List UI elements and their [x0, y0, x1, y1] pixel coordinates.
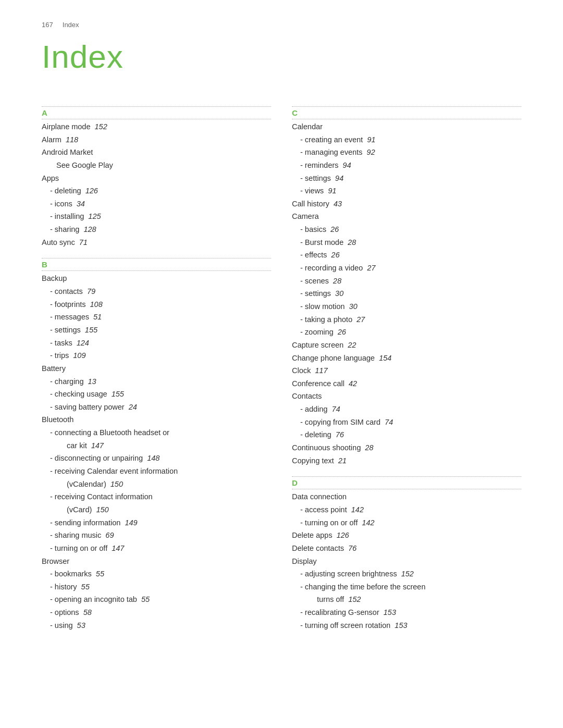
- entry-delete-apps: Delete apps 126: [292, 529, 521, 542]
- page-number-row: 167 Index: [42, 21, 521, 29]
- entry-bluetooth: Bluetooth - connecting a Bluetooth heads…: [42, 413, 271, 554]
- section-a-letter: A: [42, 108, 271, 119]
- entry-contacts: Contacts - adding 74 - copying from SIM …: [292, 390, 521, 441]
- entry-auto-sync: Auto sync 71: [42, 236, 271, 249]
- entry-call-history: Call history 43: [292, 198, 521, 211]
- entry-change-phone-language: Change phone language 154: [292, 352, 521, 365]
- section-a: A Airplane mode 152 Alarm 118 Android Ma…: [42, 106, 271, 249]
- entry-airplane-mode: Airplane mode 152: [42, 120, 271, 133]
- entry-battery: Battery - charging 13 - checking usage 1…: [42, 362, 271, 414]
- section-c: C Calendar - creating an event 91 - mana…: [292, 106, 521, 467]
- entry-capture-screen: Capture screen 22: [292, 339, 521, 352]
- index-columns: A Airplane mode 152 Alarm 118 Android Ma…: [42, 106, 521, 641]
- page-number-title: Index: [63, 21, 79, 29]
- section-a-header: A: [42, 106, 271, 119]
- page-number: 167: [42, 21, 53, 29]
- section-c-letter: C: [292, 108, 521, 119]
- entry-conference-call: Conference call 42: [292, 377, 521, 390]
- entry-continuous-shooting: Continuous shooting 28: [292, 441, 521, 454]
- entry-display: Display - adjusting screen brightness 15…: [292, 555, 521, 632]
- section-c-header: C: [292, 106, 521, 119]
- entry-delete-contacts: Delete contacts 76: [292, 542, 521, 555]
- entry-apps: Apps - deleting 126 - icons 34 - install…: [42, 172, 271, 236]
- entry-calendar: Calendar - creating an event 91 - managi…: [292, 120, 521, 198]
- left-column: A Airplane mode 152 Alarm 118 Android Ma…: [42, 106, 271, 641]
- entry-copying-text: Copying text 21: [292, 454, 521, 467]
- entry-browser: Browser - bookmarks 55 - history 55 - op…: [42, 555, 271, 632]
- right-column: C Calendar - creating an event 91 - mana…: [292, 106, 521, 641]
- entry-alarm: Alarm 118: [42, 133, 271, 146]
- entry-camera: Camera - basics 26 - Burst mode 28 - eff…: [292, 210, 521, 338]
- section-d-header: D: [292, 476, 521, 489]
- entry-backup: Backup - contacts 79 - footprints 108 - …: [42, 272, 271, 362]
- entry-android-market: Android Market See Google Play: [42, 146, 271, 171]
- section-b: B Backup - contacts 79 - footprints 108 …: [42, 258, 271, 632]
- entry-data-connection: Data connection - access point 142 - tur…: [292, 490, 521, 529]
- section-d: D Data connection - access point 142 - t…: [292, 476, 521, 632]
- section-d-letter: D: [292, 478, 521, 489]
- page-title: Index: [42, 38, 521, 75]
- section-b-letter: B: [42, 260, 271, 271]
- section-b-header: B: [42, 258, 271, 271]
- entry-clock: Clock 117: [292, 364, 521, 377]
